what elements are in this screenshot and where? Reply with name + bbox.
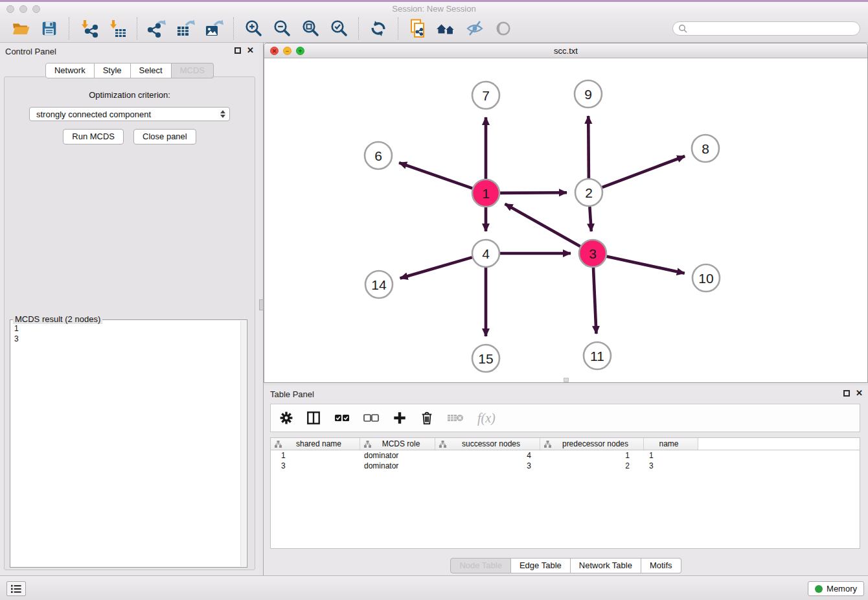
tab-network[interactable]: Network — [45, 63, 95, 78]
search-box[interactable] — [672, 21, 860, 36]
graph-edge-3-1[interactable] — [505, 204, 580, 247]
zoom-out-button[interactable] — [271, 17, 293, 40]
column-header-name[interactable]: name — [644, 438, 698, 450]
network-window-titlebar[interactable]: ✕ − + scc.txt — [264, 43, 867, 58]
graph-edge-1-2[interactable] — [500, 192, 567, 193]
select-stepper-icon — [220, 110, 225, 118]
optimization-criterion-select[interactable]: strongly connected component — [29, 107, 230, 121]
graph-node-11[interactable]: 11 — [584, 342, 611, 369]
svg-text:7: 7 — [482, 88, 490, 103]
close-panel-button[interactable]: Close panel — [133, 129, 196, 144]
mcds-result-title: MCDS result (2 nodes) — [13, 314, 102, 324]
table-body: 1dominator4113dominator323 — [271, 450, 860, 471]
apply-layout-button[interactable] — [367, 17, 389, 40]
search-icon — [678, 24, 687, 33]
graph-node-4[interactable]: 4 — [472, 240, 499, 267]
search-input[interactable] — [687, 24, 854, 33]
table-cell: 1 — [644, 450, 698, 461]
run-mcds-button[interactable]: Run MCDS — [63, 129, 124, 144]
table-settings-button[interactable] — [280, 408, 293, 428]
graph-edge-2-8[interactable] — [602, 156, 685, 187]
delete-table-button[interactable] — [447, 408, 464, 428]
deselect-all-button[interactable] — [363, 408, 379, 428]
graph-node-8[interactable]: 8 — [692, 135, 719, 162]
svg-text:11: 11 — [590, 349, 604, 363]
tab-select[interactable]: Select — [131, 63, 172, 78]
column-header-MCDS-role[interactable]: MCDS role — [360, 438, 435, 450]
graph-node-3[interactable]: 3 — [579, 240, 606, 267]
save-icon — [40, 19, 58, 38]
import-network-icon — [79, 19, 98, 38]
graph-edge-2-3[interactable] — [589, 207, 591, 231]
tab-style[interactable]: Style — [95, 63, 131, 78]
eye-disabled-icon — [494, 19, 512, 38]
table-row[interactable]: 3dominator323 — [271, 461, 860, 471]
double-home-icon — [436, 18, 457, 39]
graph-node-15[interactable]: 15 — [472, 345, 499, 372]
memory-button[interactable]: Memory — [808, 581, 864, 596]
select-all-button[interactable] — [334, 408, 350, 428]
apply-function-button[interactable]: f(x) — [477, 408, 496, 428]
control-panel-float-icon[interactable] — [234, 47, 241, 54]
table-panel-float-icon[interactable] — [843, 390, 850, 397]
export-table-button[interactable] — [174, 17, 196, 40]
zoom-fit-button[interactable] — [299, 17, 321, 40]
columns-icon — [306, 411, 321, 425]
graph-node-7[interactable]: 7 — [472, 82, 499, 109]
column-visibility-button[interactable] — [306, 408, 321, 428]
graph-node-2[interactable]: 2 — [575, 179, 602, 206]
graph-edge-1-6[interactable] — [399, 163, 472, 189]
memory-status-icon — [815, 585, 823, 593]
function-icon: f(x) — [477, 411, 496, 426]
column-header-successor-nodes[interactable]: successor nodes — [435, 438, 540, 450]
table-row[interactable]: 1dominator411 — [271, 450, 860, 461]
open-session-button[interactable] — [10, 17, 32, 40]
zoom-in-icon — [244, 19, 263, 38]
hide-panels-button[interactable] — [464, 17, 486, 40]
zoom-in-button[interactable] — [242, 17, 264, 40]
import-network-button[interactable] — [78, 17, 100, 40]
graph-edge-3-11[interactable] — [593, 268, 597, 334]
graph-node-9[interactable]: 9 — [575, 80, 602, 108]
task-history-button[interactable] — [6, 581, 26, 596]
splitter-grip[interactable] — [259, 299, 264, 310]
import-table-button[interactable] — [106, 17, 128, 40]
export-network-button[interactable] — [146, 17, 168, 40]
toolbar-separator — [233, 17, 234, 40]
control-panel: Control Panel ✕ NetworkStyleSelectMCDS O… — [0, 43, 259, 575]
delete-column-button[interactable] — [420, 408, 433, 428]
eye-slash-icon — [465, 19, 485, 38]
export-image-button[interactable] — [203, 17, 225, 40]
mcds-result-value: 1 — [14, 323, 243, 334]
add-column-button[interactable] — [393, 408, 407, 428]
export-image-icon — [204, 19, 223, 38]
tab-motifs[interactable]: Motifs — [641, 558, 681, 573]
home-view-button[interactable] — [435, 17, 457, 40]
graph-edge-3-10[interactable] — [607, 257, 685, 273]
tab-node-table[interactable]: Node Table — [450, 558, 511, 573]
tab-network-table[interactable]: Network Table — [571, 558, 641, 573]
column-header-shared-name[interactable]: shared name — [271, 438, 360, 450]
graph-edge-2-9[interactable] — [588, 116, 589, 178]
graph-node-1[interactable]: 1 — [472, 179, 499, 207]
control-panel-close-icon[interactable]: ✕ — [247, 47, 254, 54]
result-scrollbar[interactable] — [240, 321, 246, 566]
network-overview-button[interactable] — [407, 17, 429, 40]
table-header-row: shared nameMCDS rolesuccessor nodesprede… — [271, 438, 860, 450]
table-panel-close-icon[interactable]: ✕ — [856, 389, 863, 397]
graph-node-10[interactable]: 10 — [692, 264, 720, 292]
save-session-button[interactable] — [38, 17, 60, 40]
network-canvas[interactable]: 7968124314101511 — [264, 58, 867, 382]
table-panel-title: Table Panel — [270, 389, 314, 399]
graph-node-14[interactable]: 14 — [365, 271, 393, 298]
tab-edge-table[interactable]: Edge Table — [511, 558, 571, 573]
show-panels-button[interactable] — [492, 17, 514, 40]
graph-node-6[interactable]: 6 — [365, 142, 392, 169]
column-header-predecessor-nodes[interactable]: predecessor nodes — [540, 438, 644, 450]
network-graph[interactable]: 7968124314101511 — [264, 58, 867, 382]
tab-mcds[interactable]: MCDS — [172, 63, 214, 78]
panel-splitter[interactable] — [259, 43, 264, 575]
network-resize-grip[interactable] — [564, 378, 569, 382]
graph-edge-4-14[interactable] — [400, 257, 472, 278]
zoom-selected-button[interactable] — [328, 17, 350, 40]
